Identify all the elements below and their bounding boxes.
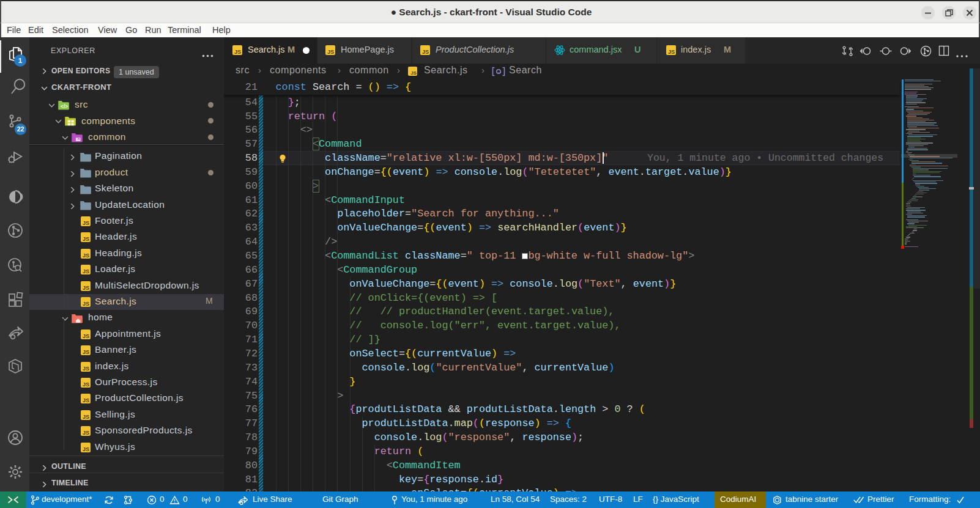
- svg-text:</>: </>: [61, 104, 68, 109]
